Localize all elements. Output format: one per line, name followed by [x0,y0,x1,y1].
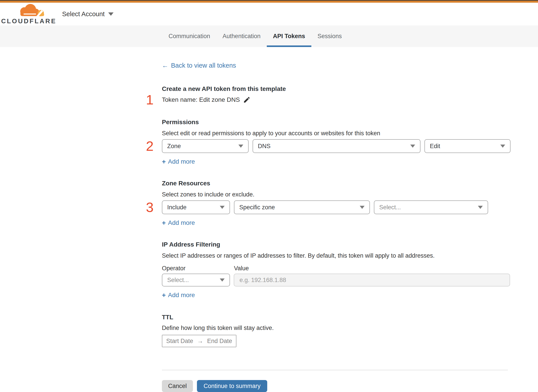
footer-divider [162,370,508,370]
back-arrow-icon: ← [162,62,168,69]
right-arrow-icon: → [197,338,203,345]
account-selector[interactable]: Select Account [62,10,113,18]
chevron-down-icon [220,206,225,209]
token-name-text: Token name: Edit zone DNS [162,96,240,103]
start-date-placeholder: Start Date [166,338,193,345]
token-form: ← Back to view all tokens Create a new A… [162,47,510,392]
permission-level-dropdown[interactable]: Edit [425,139,510,153]
back-to-tokens-link[interactable]: ← Back to view all tokens [162,62,236,69]
active-tab-underline [267,46,311,47]
plus-icon: + [162,219,166,227]
tab-communication[interactable]: Communication [162,25,216,47]
ip-filtering-add-more-link[interactable]: + Add more [162,291,195,299]
section-ttl: TTL Define how long this token will stay… [162,313,510,347]
ip-filtering-description: Select IP addresses or ranges of IP addr… [162,252,510,259]
ttl-title: TTL [162,313,510,321]
section-permissions: Permissions Select edit or read permissi… [162,118,510,165]
tab-api-tokens[interactable]: API Tokens [267,25,311,47]
zone-type-dropdown[interactable]: Specific zone [234,201,370,214]
cloudflare-wordmark: CLOUDFLARE [1,18,56,25]
chevron-down-icon [360,206,365,209]
permissions-description: Select edit or read permissions to apply… [162,130,510,137]
tab-bar: Communication Authentication API Tokens … [0,25,538,47]
permissions-title: Permissions [162,118,510,126]
zone-select-dropdown[interactable]: Select... [374,201,488,214]
app-header: CLOUDFLARE Select Account [0,3,538,25]
ip-value-input[interactable] [234,274,510,286]
cloudflare-logo[interactable]: CLOUDFLARE [9,3,49,25]
operator-dropdown[interactable]: Select... [162,274,230,286]
step-number-3: 3 [146,201,154,214]
back-link-label: Back to view all tokens [171,62,236,69]
zone-resources-add-more-link[interactable]: + Add more [162,219,195,227]
zone-include-dropdown[interactable]: Include [162,201,230,214]
plus-icon: + [162,291,166,299]
cancel-button[interactable]: Cancel [162,380,193,392]
tab-sessions[interactable]: Sessions [311,25,348,47]
permission-scope-dropdown[interactable]: Zone [162,139,249,153]
top-accent-orange-bar [0,1,538,3]
cloudflare-cloud-icon [12,3,46,17]
chevron-down-icon [239,145,243,148]
step-number-1: 1 [146,93,154,107]
form-actions: Cancel Continue to summary [162,380,510,392]
zone-resources-title: Zone Resources [162,180,510,187]
template-section-title: Create a new API token from this templat… [162,85,510,93]
tab-authentication[interactable]: Authentication [216,25,267,47]
zone-resources-description: Select zones to include or exclude. [162,191,510,198]
chevron-down-icon [478,206,483,209]
section-ip-filtering: IP Address Filtering Select IP addresses… [162,241,510,299]
chevron-down-icon [108,12,113,16]
permission-group-dropdown[interactable]: DNS [253,139,421,153]
chevron-down-icon [410,145,415,148]
ttl-date-range-picker[interactable]: Start Date → End Date [162,335,236,347]
plus-icon: + [162,158,166,165]
edit-pencil-icon[interactable] [243,96,251,103]
continue-to-summary-button[interactable]: Continue to summary [197,380,267,392]
chevron-down-icon [500,145,505,148]
permissions-add-more-link[interactable]: + Add more [162,158,195,165]
value-label: Value [234,265,249,272]
ip-filtering-title: IP Address Filtering [162,241,510,248]
end-date-placeholder: End Date [207,338,232,345]
section-template: Create a new API token from this templat… [162,85,510,104]
step-number-2: 2 [146,139,154,153]
chevron-down-icon [220,279,225,282]
account-selector-label: Select Account [62,10,105,18]
section-zone-resources: Zone Resources Select zones to include o… [162,180,510,227]
operator-label: Operator [162,265,202,272]
ttl-description: Define how long this token will stay act… [162,324,510,332]
